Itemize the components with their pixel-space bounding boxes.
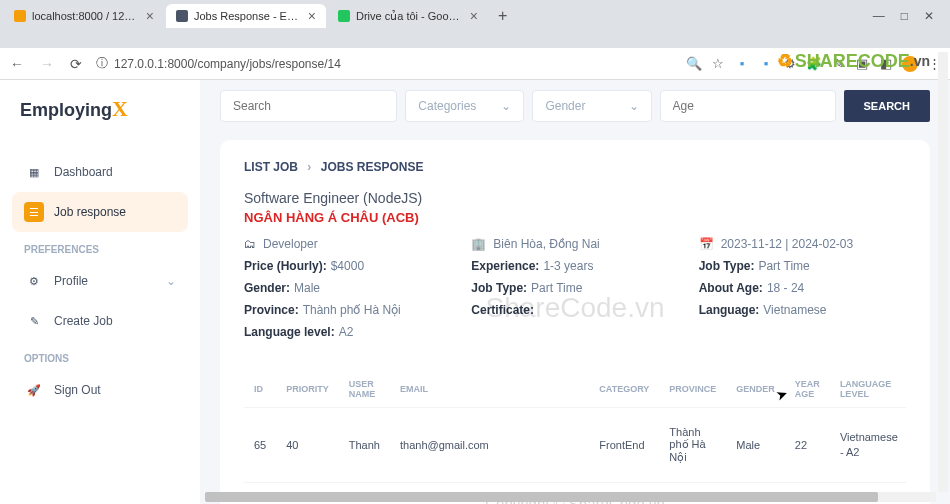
main-content: Categories ⌄ Gender ⌄ SEARCH LIST JOB › … (200, 80, 950, 504)
url-text: 127.0.0.1:8000/company/jobs/response/14 (114, 57, 341, 71)
table-row[interactable]: 65 40 Thanh thanh@gmail.com FrontEnd Thà… (244, 408, 906, 483)
address-bar: ← → ⟳ ⓘ 127.0.0.1:8000/company/jobs/resp… (0, 48, 950, 80)
response-table-wrap: ID PRIORITY USER NAME EMAIL CATEGORY PRO… (244, 371, 906, 504)
briefcase-icon: 🗂 (244, 237, 256, 251)
back-button[interactable]: ← (8, 54, 26, 74)
gender-select[interactable]: Gender ⌄ (532, 90, 651, 122)
sidebar-item-label: Create Job (54, 314, 113, 328)
tab-title: localhost:8000 / 127.0.0.1 / reci (32, 10, 140, 22)
minimize-icon[interactable]: — (873, 9, 885, 23)
avatar-icon[interactable] (902, 56, 918, 72)
scrollbar-thumb[interactable] (205, 492, 878, 502)
response-table: ID PRIORITY USER NAME EMAIL CATEGORY PRO… (244, 371, 906, 504)
breadcrumb: LIST JOB › JOBS RESPONSE (244, 160, 906, 174)
job-card: LIST JOB › JOBS RESPONSE Software Engine… (220, 140, 930, 504)
ext-icon[interactable]: ▣ (854, 56, 870, 72)
star-icon[interactable]: ☆ (710, 56, 726, 72)
breadcrumb-current: JOBS RESPONSE (321, 160, 424, 174)
maximize-icon[interactable]: □ (901, 9, 908, 23)
col-user: USER NAME (339, 371, 390, 408)
search-input[interactable] (220, 90, 397, 122)
horizontal-scrollbar[interactable] (205, 492, 936, 502)
job-title: Software Engineer (NodeJS) (244, 190, 906, 206)
search-button[interactable]: SEARCH (844, 90, 930, 122)
sidebar-item-label: Sign Out (54, 383, 101, 397)
col-id: ID (244, 371, 276, 408)
col-category: CATEGORY (589, 371, 659, 408)
col-email: EMAIL (390, 371, 589, 408)
tab-title: Jobs Response - EmployingX (194, 10, 302, 22)
tab-bar: localhost:8000 / 127.0.0.1 / reci × Jobs… (0, 0, 950, 28)
signout-icon: 🚀 (24, 380, 44, 400)
zoom-icon[interactable]: 🔍 (686, 56, 702, 72)
vertical-scrollbar[interactable] (938, 52, 948, 492)
favicon (14, 10, 26, 22)
chevron-down-icon: ⌄ (501, 99, 511, 113)
extension-area: 🔍 ☆ ▪ ▪ ⚙ 🧩 ✎ ▣ ◧ ⋮ (686, 56, 942, 72)
col-province: PROVINCE (659, 371, 726, 408)
breadcrumb-sep: › (307, 160, 311, 174)
col-gender: GENDER (726, 371, 785, 408)
browser-tab-active[interactable]: Jobs Response - EmployingX × (166, 4, 326, 28)
ext-icon[interactable]: ◧ (878, 56, 894, 72)
reload-button[interactable]: ⟳ (68, 54, 84, 74)
location-icon: 🏢 (471, 237, 486, 251)
ext-icon[interactable]: ▪ (758, 56, 774, 72)
age-input[interactable] (660, 90, 836, 122)
job-details: 🗂Developer 🏢Biên Hòa, Đồng Nai 📅2023-11-… (244, 235, 906, 341)
info-icon: ⓘ (96, 55, 108, 72)
list-icon: ☰ (24, 202, 44, 222)
close-icon[interactable]: × (470, 9, 478, 23)
favicon (176, 10, 188, 22)
col-age: YEAR AGE (785, 371, 830, 408)
sidebar: EmployingX ▦ Dashboard ☰ Job response PR… (0, 80, 200, 504)
browser-tab[interactable]: Drive của tôi - Google Drive × (328, 4, 488, 28)
app-logo: EmployingX (12, 96, 188, 122)
url-input[interactable]: ⓘ 127.0.0.1:8000/company/jobs/response/1… (96, 55, 674, 72)
new-tab-button[interactable]: + (490, 5, 515, 27)
dashboard-icon: ▦ (24, 162, 44, 182)
forward-button[interactable]: → (38, 54, 56, 74)
window-controls: — □ ✕ (873, 9, 946, 23)
sidebar-item-label: Job response (54, 205, 126, 219)
filter-bar: Categories ⌄ Gender ⌄ SEARCH (220, 90, 930, 122)
sidebar-item-label: Profile (54, 274, 88, 288)
create-icon: ✎ (24, 311, 44, 331)
browser-chrome: localhost:8000 / 127.0.0.1 / reci × Jobs… (0, 0, 950, 48)
profile-icon: ⚙ (24, 271, 44, 291)
ext-icon[interactable]: 🧩 (806, 56, 822, 72)
ext-icon[interactable]: ▪ (734, 56, 750, 72)
sidebar-section-label: PREFERENCES (12, 232, 188, 261)
sidebar-item-dashboard[interactable]: ▦ Dashboard (12, 152, 188, 192)
sidebar-section-label: OPTIONS (12, 341, 188, 370)
close-window-icon[interactable]: ✕ (924, 9, 934, 23)
chevron-down-icon: ⌄ (166, 274, 176, 288)
browser-tab[interactable]: localhost:8000 / 127.0.0.1 / reci × (4, 4, 164, 28)
close-icon[interactable]: × (146, 9, 154, 23)
sidebar-item-label: Dashboard (54, 165, 113, 179)
calendar-icon: 📅 (699, 237, 714, 251)
col-priority: PRIORITY (276, 371, 339, 408)
sidebar-item-create-job[interactable]: ✎ Create Job (12, 301, 188, 341)
ext-icon[interactable]: ✎ (830, 56, 846, 72)
breadcrumb-link[interactable]: LIST JOB (244, 160, 298, 174)
favicon (338, 10, 350, 22)
col-lang: LANGUAGE LEVEL (830, 371, 906, 408)
close-icon[interactable]: × (308, 9, 316, 23)
tab-title: Drive của tôi - Google Drive (356, 10, 464, 23)
ext-icon[interactable]: ⚙ (782, 56, 798, 72)
categories-select[interactable]: Categories ⌄ (405, 90, 524, 122)
sidebar-item-job-response[interactable]: ☰ Job response (12, 192, 188, 232)
sidebar-item-signout[interactable]: 🚀 Sign Out (12, 370, 188, 410)
chevron-down-icon: ⌄ (629, 99, 639, 113)
sidebar-item-profile[interactable]: ⚙ Profile ⌄ (12, 261, 188, 301)
company-name: NGÂN HÀNG Á CHÂU (ACB) (244, 210, 906, 225)
